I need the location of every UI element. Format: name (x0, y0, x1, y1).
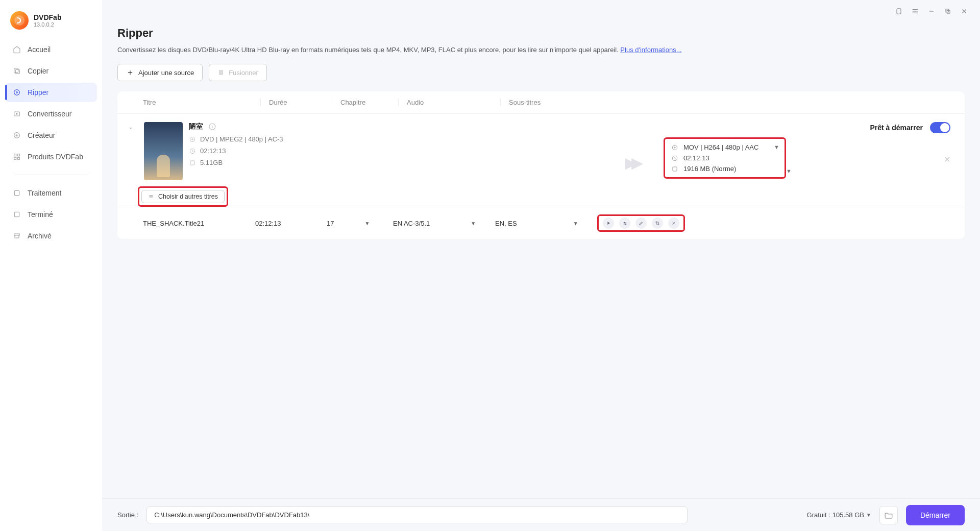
choose-other-titles-button[interactable]: Choisir d'autres titres (141, 190, 225, 203)
transfer-arrows-icon: ▶▶ (625, 154, 638, 172)
list-icon (148, 194, 154, 200)
svg-point-4 (16, 92, 18, 93)
sidebar-item-label: Copier (28, 67, 48, 75)
crop-button[interactable] (652, 218, 663, 229)
sidebar-item-label: Créateur (28, 131, 55, 139)
svg-point-28 (625, 223, 626, 224)
svg-rect-22 (190, 160, 194, 164)
chevron-down-icon: ▼ (573, 221, 578, 226)
source-row: 陋室 DVD | MPEG2 | 480p | AC-3 02:12:13 5.… (117, 114, 965, 183)
source-duration: 02:12:13 (200, 147, 226, 155)
sidebar-item-label: Traitement (28, 189, 61, 197)
sidebar-item-accueil[interactable]: Accueil (5, 40, 97, 59)
output-path-field[interactable]: C:\Users\kun.wang\Documents\DVDFab\DVDFa… (146, 506, 688, 523)
svg-rect-14 (15, 235, 19, 238)
copy-icon (12, 66, 21, 76)
sidebar: DVDFab 13.0.0.2 Accueil Copier Ripper Co… (0, 0, 102, 531)
content: Ripper Convertissez les disques DVD/Blu-… (102, 22, 980, 498)
title-subtitle-select[interactable]: EN, ES▼ (495, 220, 597, 227)
info-icon[interactable] (208, 123, 216, 131)
close-icon[interactable] (960, 7, 969, 16)
nav: Accueil Copier Ripper Convertisseur Créa… (0, 39, 102, 247)
remove-source-button[interactable]: ✕ (944, 155, 950, 164)
sidebar-item-copier[interactable]: Copier (5, 61, 97, 81)
start-button[interactable]: Démarrer (906, 505, 965, 525)
svg-rect-12 (14, 212, 19, 216)
svg-point-20 (192, 138, 193, 139)
svg-rect-9 (14, 157, 16, 159)
svg-rect-15 (897, 9, 901, 14)
sidebar-item-archive[interactable]: Archivé (5, 226, 97, 246)
col-sous-titres: Sous-titres (500, 99, 592, 106)
remove-title-button[interactable] (668, 218, 679, 229)
title-duration: 02:12:13 (255, 220, 327, 227)
output-format: MOV | H264 | 480p | AAC (683, 143, 758, 151)
chevron-down-icon: ▼ (866, 512, 871, 518)
svg-rect-1 (15, 69, 19, 74)
svg-point-3 (14, 90, 20, 95)
output-profile-box[interactable]: ▼ ▼ MOV | H264 | 480p | AAC 02:12:13 191… (664, 137, 786, 179)
title-row[interactable]: THE_SHACK.Title21 02:12:13 17▼ EN AC-3/5… (117, 207, 965, 239)
col-titre: Titre (143, 99, 260, 106)
output-size: 1916 MB (Norme) (683, 165, 736, 173)
brand: DVDFab 13.0.0.2 (0, 7, 102, 39)
play-preview-button[interactable] (603, 218, 614, 229)
minimize-icon[interactable] (927, 7, 936, 16)
chevron-down-icon: ▼ (786, 168, 792, 174)
size-icon (189, 159, 196, 166)
edit-button[interactable] (635, 218, 647, 229)
sidebar-item-produits[interactable]: Produits DVDFab (5, 147, 97, 166)
svg-point-27 (624, 222, 625, 223)
svg-rect-8 (17, 154, 19, 156)
output-label: Sortie : (117, 511, 138, 519)
svg-rect-26 (673, 166, 677, 171)
sidebar-item-label: Terminé (28, 210, 53, 219)
sidebar-item-createur[interactable]: Créateur (5, 126, 97, 145)
notification-icon[interactable] (894, 7, 903, 16)
page-title: Ripper (117, 27, 965, 40)
footer: Sortie : C:\Users\kun.wang\Documents\DVD… (102, 498, 980, 531)
settings-button[interactable] (619, 218, 630, 229)
browse-folder-button[interactable] (879, 506, 898, 524)
col-chapitre: Chapitre (332, 99, 398, 106)
menu-icon[interactable] (911, 7, 920, 16)
svg-point-0 (14, 15, 24, 26)
merge-button[interactable]: Fusionner (209, 64, 267, 81)
title-chapter-select[interactable]: 17▼ (327, 220, 393, 227)
output-duration: 02:12:13 (683, 154, 709, 162)
archive-icon (12, 231, 21, 240)
free-space[interactable]: Gratuit : 105.58 GB ▼ (807, 511, 871, 519)
sidebar-item-label: Ripper (28, 88, 48, 96)
maximize-icon[interactable] (943, 7, 952, 16)
source-table: Titre Durée Chapitre Audio Sous-titres 陋… (117, 91, 965, 239)
sidebar-item-convertisseur[interactable]: Convertisseur (5, 104, 97, 124)
add-source-button[interactable]: ＋ Ajouter une source (117, 64, 203, 81)
source-size: 5.11GB (200, 159, 223, 166)
col-audio: Audio (398, 99, 500, 106)
title-name: THE_SHACK.Title21 (143, 220, 255, 227)
products-icon (12, 152, 21, 161)
poster-thumbnail (144, 122, 183, 180)
table-header: Titre Durée Chapitre Audio Sous-titres (117, 91, 965, 114)
titlebar (102, 0, 980, 22)
size-icon (671, 165, 678, 173)
main: Ripper Convertissez les disques DVD/Blu-… (102, 0, 980, 531)
disc-icon (671, 144, 678, 151)
expand-toggle[interactable] (128, 122, 138, 180)
svg-rect-2 (14, 68, 18, 73)
plus-icon: ＋ (126, 68, 134, 77)
sidebar-item-traitement[interactable]: Traitement (5, 183, 97, 203)
title-audio-select[interactable]: EN AC-3/5.1▼ (393, 220, 495, 227)
source-format: DVD | MPEG2 | 480p | AC-3 (200, 135, 283, 143)
ready-toggle[interactable] (930, 122, 950, 133)
sidebar-item-label: Accueil (28, 45, 51, 54)
sidebar-item-ripper[interactable]: Ripper (5, 83, 97, 102)
svg-rect-16 (946, 9, 949, 12)
source-name: 陋室 (189, 122, 203, 131)
sidebar-item-label: Archivé (28, 232, 52, 240)
ready-label: Prêt à démarrer (870, 124, 923, 132)
choose-titles-highlight: Choisir d'autres titres (138, 186, 228, 207)
sidebar-item-termine[interactable]: Terminé (5, 205, 97, 224)
svg-point-23 (672, 145, 677, 150)
more-info-link[interactable]: Plus d'informations... (620, 46, 681, 54)
